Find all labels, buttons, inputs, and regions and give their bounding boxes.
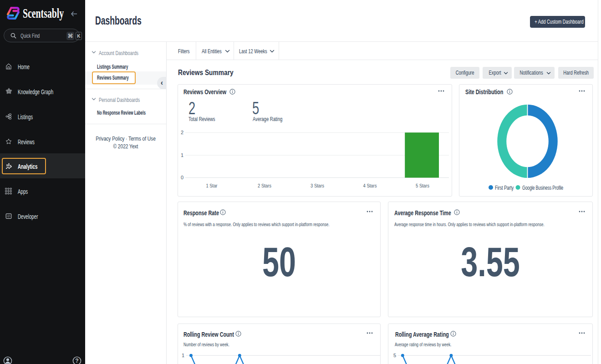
svg-text:1 Star: 1 Star xyxy=(206,183,218,188)
svg-text:First Party: First Party xyxy=(495,185,514,191)
svg-text:1: 1 xyxy=(181,152,183,158)
svg-text:5 Stars: 5 Stars xyxy=(416,183,429,188)
svg-text:0: 0 xyxy=(181,175,183,180)
svg-text:2 Stars: 2 Stars xyxy=(258,183,271,188)
svg-text:5: 5 xyxy=(393,353,396,358)
svg-text:1: 1 xyxy=(182,353,184,358)
svg-text:?: ? xyxy=(75,358,78,364)
svg-text:4 Stars: 4 Stars xyxy=(363,183,377,188)
svg-text:3 Stars: 3 Stars xyxy=(311,183,324,188)
svg-text:2: 2 xyxy=(181,130,183,135)
svg-text:Google Business Profile: Google Business Profile xyxy=(522,185,563,191)
